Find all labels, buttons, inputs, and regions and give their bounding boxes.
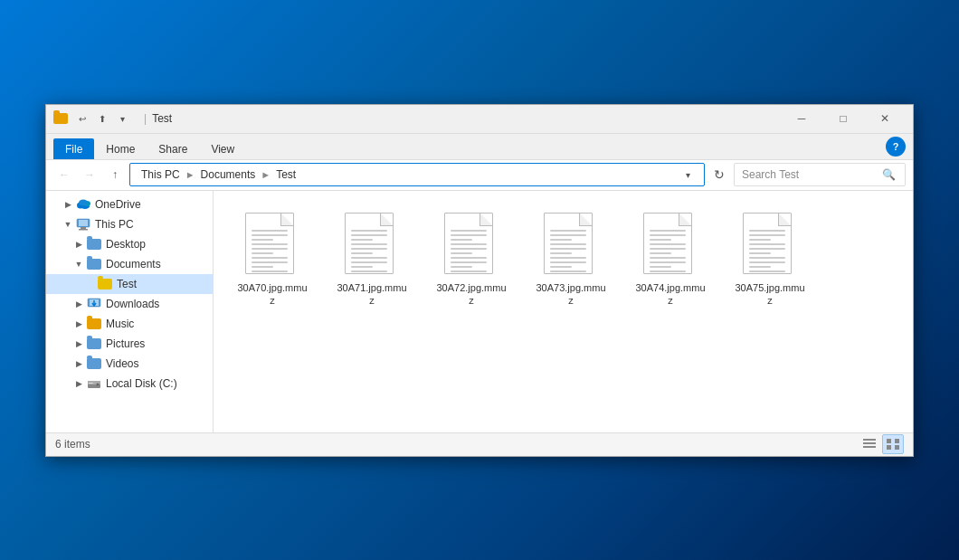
expand-arrow: ▶	[71, 299, 86, 308]
window-icon	[53, 111, 68, 126]
search-placeholder: Search Test	[742, 168, 879, 181]
breadcrumb-this-pc[interactable]: This PC	[138, 166, 184, 183]
svg-rect-21	[895, 445, 899, 450]
svg-rect-20	[887, 445, 891, 450]
test-folder-icon	[97, 277, 113, 291]
help-button[interactable]: ?	[886, 137, 906, 157]
sidebar-item-videos[interactable]: ▶ Videos	[46, 354, 213, 374]
sidebar-item-label: Downloads	[106, 298, 159, 310]
sidebar-item-documents[interactable]: ▼ Documents	[46, 254, 213, 274]
title-bar: ↩ ⬆ ▾ | Test ─ □ ✕	[46, 105, 913, 134]
sidebar-item-downloads[interactable]: ▶ Downloads	[46, 294, 213, 314]
sidebar-item-label: Test	[117, 278, 137, 290]
file-name: 30A71.jpg.mmuz	[335, 281, 409, 308]
expand-arrow: ▶	[71, 379, 86, 388]
file-item[interactable]: 30A73.jpg.mmuz	[526, 204, 616, 316]
large-icons-view-button[interactable]	[882, 434, 904, 454]
search-icon[interactable]: 🔍	[879, 168, 897, 181]
tab-file[interactable]: File	[53, 138, 94, 159]
onedrive-icon	[75, 197, 91, 212]
svg-rect-18	[887, 439, 891, 443]
sidebar-item-pictures[interactable]: ▶ Pictures	[46, 334, 213, 354]
file-item[interactable]: 30A74.jpg.mmuz	[625, 204, 716, 316]
svg-rect-14	[89, 383, 93, 384]
expand-arrow: ▼	[71, 260, 86, 269]
window-title: Test	[152, 112, 781, 125]
file-name: 30A74.jpg.mmuz	[633, 281, 707, 308]
expand-arrow: ▶	[61, 200, 75, 209]
sidebar-item-onedrive[interactable]: ▶ OneDrive	[46, 195, 213, 214]
ribbon: File Home Share View ?	[46, 134, 913, 160]
item-count: 6 items	[55, 438, 90, 451]
qat-btn-2[interactable]: ⬆	[93, 109, 111, 128]
qat-btn-1[interactable]: ↩	[73, 109, 91, 128]
svg-point-13	[97, 383, 100, 385]
file-name: 30A70.jpg.mmuz	[235, 281, 309, 308]
svg-rect-17	[863, 446, 876, 448]
sidebar-item-label: This PC	[95, 218, 134, 231]
expand-arrow: ▶	[71, 359, 86, 368]
file-area: 30A70.jpg.mmuz	[214, 191, 913, 432]
forward-button[interactable]: →	[79, 164, 100, 185]
title-separator: |	[144, 112, 147, 125]
file-name: 30A75.jpg.mmuz	[733, 281, 807, 308]
refresh-button[interactable]: ↻	[708, 164, 730, 185]
svg-rect-16	[863, 442, 876, 444]
quick-access-toolbar: ↩ ⬆ ▾	[73, 109, 131, 128]
file-item[interactable]: 30A70.jpg.mmuz	[227, 204, 318, 316]
details-view-button[interactable]	[859, 434, 880, 454]
file-icon	[245, 213, 299, 278]
expand-arrow: ▶	[71, 339, 86, 348]
expand-arrow: ▶	[71, 319, 86, 328]
sidebar-item-label: Desktop	[106, 238, 146, 251]
close-button[interactable]: ✕	[864, 104, 906, 133]
tab-home[interactable]: Home	[94, 138, 147, 159]
address-dropdown-button[interactable]: ▾	[679, 163, 697, 186]
sidebar-item-music[interactable]: ▶ Music	[46, 314, 213, 334]
minimize-button[interactable]: ─	[781, 104, 822, 133]
status-bar: 6 items	[46, 432, 913, 456]
music-icon	[86, 317, 102, 331]
maximize-button[interactable]: □	[822, 104, 864, 133]
breadcrumb-sep-2: ►	[261, 169, 271, 180]
back-button[interactable]: ←	[53, 164, 75, 185]
up-button[interactable]: ↑	[104, 164, 126, 185]
sidebar-item-label: Videos	[106, 357, 138, 370]
sidebar-item-label: OneDrive	[95, 198, 141, 211]
disk-icon	[86, 376, 102, 391]
sidebar-item-desktop[interactable]: ▶ Desktop	[46, 234, 213, 254]
breadcrumb-test[interactable]: Test	[272, 166, 299, 183]
file-explorer-window: ↩ ⬆ ▾ | Test ─ □ ✕ File Home Share View …	[45, 104, 914, 457]
file-icon	[743, 213, 797, 278]
address-input[interactable]: This PC ► Documents ► Test ▾	[129, 163, 705, 186]
svg-rect-19	[895, 439, 899, 443]
breadcrumb-documents[interactable]: Documents	[197, 166, 260, 183]
main-area: ▶ OneDrive ▼ This PC ▶ Desktop	[46, 191, 913, 432]
expand-arrow	[82, 280, 97, 289]
svg-rect-5	[79, 220, 88, 226]
qat-dropdown[interactable]: ▾	[113, 109, 131, 128]
files-grid: 30A70.jpg.mmuz	[223, 200, 904, 320]
ribbon-tab-list: File Home Share View ?	[46, 134, 913, 159]
downloads-icon	[86, 297, 102, 311]
sidebar-item-test[interactable]: Test	[46, 274, 213, 294]
breadcrumb-sep-1: ►	[185, 169, 195, 180]
search-box[interactable]: Search Test 🔍	[734, 163, 906, 186]
tab-view[interactable]: View	[199, 138, 246, 159]
file-item[interactable]: 30A72.jpg.mmuz	[426, 204, 517, 316]
sidebar-item-local-disk[interactable]: ▶ Local Disk (C:)	[46, 374, 213, 394]
file-name: 30A73.jpg.mmuz	[534, 281, 608, 308]
desktop-icon	[86, 237, 102, 252]
svg-point-3	[79, 200, 88, 206]
view-toggle	[859, 434, 904, 454]
sidebar-item-label: Music	[106, 318, 134, 330]
sidebar: ▶ OneDrive ▼ This PC ▶ Desktop	[46, 191, 214, 432]
sidebar-item-label: Documents	[106, 258, 161, 271]
file-icon	[345, 213, 399, 278]
tab-share[interactable]: Share	[147, 138, 199, 159]
sidebar-item-label: Pictures	[106, 337, 145, 350]
file-item[interactable]: 30A71.jpg.mmuz	[327, 204, 417, 316]
file-name: 30A72.jpg.mmuz	[434, 281, 508, 308]
file-item[interactable]: 30A75.jpg.mmuz	[725, 204, 815, 316]
sidebar-item-this-pc[interactable]: ▼ This PC	[46, 214, 213, 234]
